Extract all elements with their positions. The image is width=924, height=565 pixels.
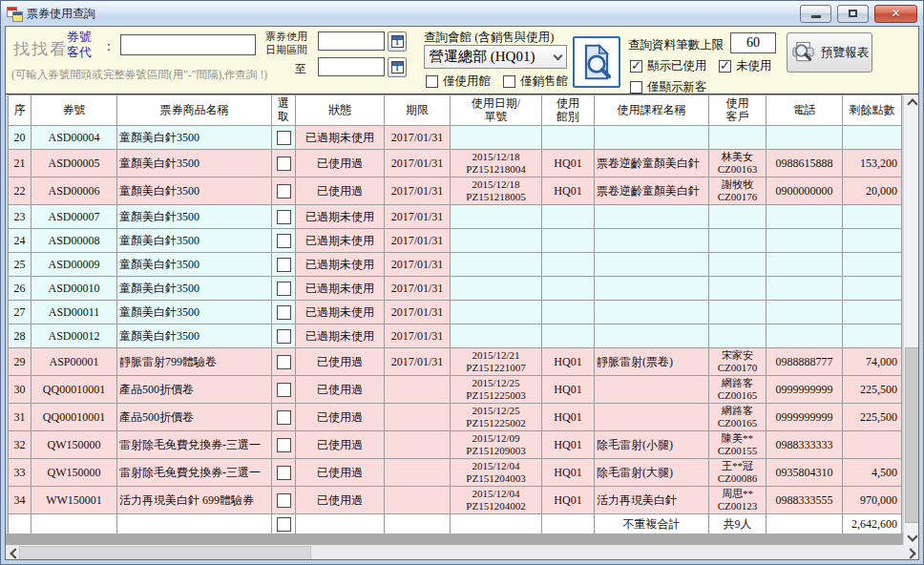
- cell-status: 已使用過: [296, 376, 385, 404]
- minimize-button[interactable]: [800, 5, 831, 23]
- cell-deadline: [385, 514, 451, 535]
- cell-remaining-points: [843, 431, 902, 459]
- search-toolbar: 找找看 券號 客代 : (可輸入券號開頭或完整券號區間(用"-"間隔),作查詢 …: [6, 27, 918, 94]
- show-unused-checkbox[interactable]: 未使用: [719, 58, 772, 74]
- row-select-checkbox[interactable]: [277, 157, 291, 171]
- only-use-venue-checkbox[interactable]: 僅使用館: [426, 73, 491, 90]
- cell-ticket-code: ASD00008: [32, 229, 117, 253]
- vertical-scrollbar[interactable]: [903, 94, 918, 545]
- cell-remaining-points: 225,500: [843, 376, 902, 404]
- column-header-7: 使用 館別: [542, 95, 595, 126]
- cell-customer: [709, 253, 766, 277]
- venue-dropdown[interactable]: 營運總部 (HQ01): [424, 45, 567, 69]
- cell-customer: [709, 277, 766, 301]
- cell-seq: 26: [9, 277, 32, 301]
- date-to-input[interactable]: [318, 57, 385, 76]
- grid-region: 序券號票券商品名稱選 取狀態期限使用日期/ 單號使用 館別使用課程名稱使用 客戶…: [6, 94, 918, 559]
- cell-use-venue: HQ01: [542, 404, 595, 431]
- cell-status: 已過期未使用: [296, 126, 385, 150]
- row-select-checkbox[interactable]: [277, 493, 291, 508]
- cell-customer: 網路客CZ00165: [709, 404, 766, 431]
- preview-report-button[interactable]: 預覽報表: [787, 32, 872, 73]
- row-select-checkbox[interactable]: [277, 305, 291, 320]
- date-from-picker-button[interactable]: [388, 31, 407, 52]
- cell-remaining-points: [843, 126, 902, 150]
- cell-course-name: 除毛雷射(小腿): [595, 431, 709, 459]
- search-button[interactable]: [573, 36, 620, 88]
- cell-remaining-points: [843, 277, 902, 301]
- scroll-up-button[interactable]: [904, 94, 918, 111]
- window-title: 票券使用查詢: [27, 6, 95, 22]
- cell-ticket-code: ASD00006: [32, 178, 117, 205]
- vertical-scroll-thumb[interactable]: [905, 347, 918, 523]
- only-new-customer-label: 僅顯示新客: [647, 79, 707, 95]
- row-select-checkbox[interactable]: [277, 438, 291, 452]
- only-use-venue-label: 僅使用館: [443, 73, 491, 90]
- cell-use-venue: HQ01: [542, 150, 595, 178]
- row-select-checkbox[interactable]: [277, 282, 291, 296]
- cell-select: [272, 324, 296, 348]
- horizontal-scrollbar[interactable]: [6, 545, 918, 559]
- cell-course-name: [595, 277, 709, 301]
- horizontal-scroll-thumb[interactable]: [19, 546, 311, 559]
- cell-select: [272, 514, 296, 535]
- row-select-checkbox[interactable]: [277, 355, 291, 369]
- only-new-customer-checkbox[interactable]: 僅顯示新客: [630, 79, 707, 95]
- maximize-button[interactable]: [837, 5, 869, 23]
- show-used-checkbox[interactable]: 顯示已使用: [630, 58, 707, 74]
- cell-status: 已使用過: [296, 348, 385, 376]
- close-button[interactable]: ✕: [874, 5, 917, 23]
- only-sale-venue-checkbox[interactable]: 僅銷售館: [503, 73, 568, 90]
- cell-ticket-code: ASD00009: [32, 253, 117, 277]
- cell-status: 已過期未使用: [296, 253, 385, 277]
- row-select-checkbox[interactable]: [277, 234, 291, 248]
- row-select-checkbox[interactable]: [277, 466, 291, 480]
- cell-phone: 0900000000: [766, 178, 843, 205]
- row-select-checkbox[interactable]: [277, 210, 291, 224]
- column-header-9: 使用 客戶: [709, 95, 766, 126]
- cell-remaining-points: [843, 205, 902, 229]
- cell-deadline: [385, 459, 451, 487]
- cell-customer: [709, 229, 766, 253]
- row-select-checkbox[interactable]: [277, 517, 291, 532]
- column-header-4: 狀態: [296, 95, 385, 126]
- ticket-code-label: 券號 客代: [67, 30, 92, 59]
- row-select-checkbox[interactable]: [277, 131, 291, 145]
- cell-use-date-doc: 2015/12/21PZ151221007: [451, 348, 542, 376]
- cell-remaining-points: 4,500: [843, 459, 902, 487]
- cell-use-date-doc: [451, 205, 542, 229]
- checkbox-icon: [630, 60, 642, 73]
- row-select-checkbox[interactable]: [277, 383, 291, 397]
- cell-customer: [709, 126, 766, 150]
- date-from-input[interactable]: [318, 31, 385, 51]
- cell-seq: 22: [9, 178, 32, 205]
- row-select-checkbox[interactable]: [277, 329, 291, 344]
- cell-use-date-doc: [451, 253, 542, 277]
- table-footer-row: 不重複合計共9人2,642,600: [9, 514, 902, 535]
- row-select-checkbox[interactable]: [277, 258, 291, 272]
- row-select-checkbox[interactable]: [277, 410, 291, 425]
- cell-deadline: 2017/01/31: [385, 205, 451, 229]
- ticket-code-input[interactable]: [120, 34, 256, 55]
- cell-phone: [766, 253, 843, 277]
- table-row: 30QQ00010001產品500折價卷已使用過2015/12/25PZ1512…: [9, 376, 902, 404]
- scroll-down-button[interactable]: [904, 529, 918, 545]
- scroll-right-button[interactable]: [904, 545, 918, 559]
- cell-seq: 25: [9, 253, 32, 277]
- row-select-checkbox[interactable]: [277, 184, 291, 199]
- cell-product-name: 童顏美白針3500: [117, 229, 272, 253]
- table-row: 33QW150000雷射除毛免費兌換券-三選一已使用過2015/12/04PZ1…: [9, 459, 902, 487]
- cell-course-name: [595, 229, 709, 253]
- result-limit-input[interactable]: [730, 32, 776, 53]
- cell-remaining-points: 20,000: [843, 178, 902, 205]
- cell-status: 已過期未使用: [296, 205, 385, 229]
- cell-ticket-code: WW150001: [32, 487, 117, 514]
- cell-seq: 21: [9, 150, 32, 178]
- table-row: 22ASD00006童顏美白針3500已使用過2017/01/312015/12…: [9, 178, 902, 205]
- date-to-picker-button[interactable]: [388, 57, 407, 77]
- cell-deadline: 2017/01/31: [385, 178, 451, 205]
- search-hint: (可輸入券號開頭或完整券號區間(用"-"間隔),作查詢 !): [11, 68, 267, 82]
- column-header-3: 選 取: [272, 95, 296, 126]
- close-icon: ✕: [891, 8, 900, 19]
- cell-remaining-points: [843, 229, 902, 253]
